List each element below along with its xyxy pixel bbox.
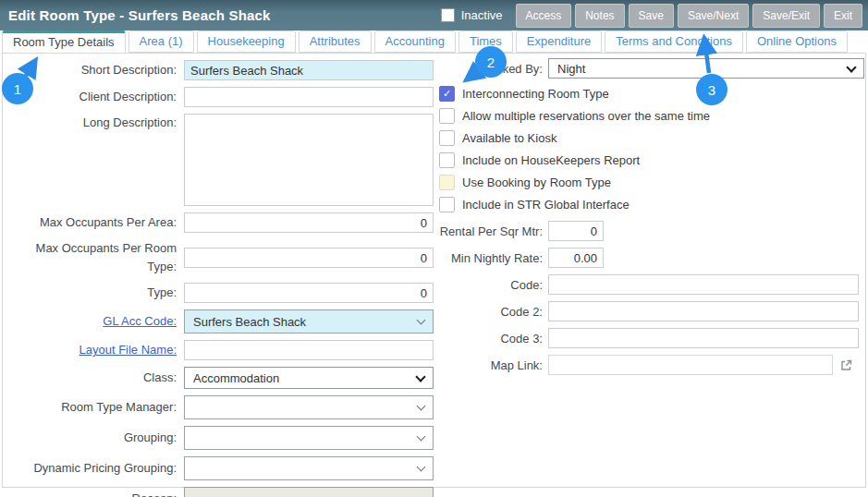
grouping-select[interactable] <box>184 426 434 450</box>
gl-acc-code-value: Surfers Beach Shack <box>193 315 306 329</box>
available-to-kiosk-row: ✓ Available to Kiosk <box>435 127 864 149</box>
tab-expenditure[interactable]: Expenditure <box>516 30 602 53</box>
dynamic-pricing-grouping-select[interactable] <box>184 456 434 480</box>
chevron-down-icon <box>417 316 426 325</box>
tab-times[interactable]: Times <box>458 30 513 53</box>
allow-multiple-reservations-label: Allow multiple reservations over the sam… <box>462 109 710 123</box>
short-description-input[interactable] <box>184 60 434 80</box>
client-description-label: Client Description: <box>8 88 184 106</box>
code3-input[interactable] <box>548 328 859 348</box>
max-occupants-room-type-input[interactable] <box>184 248 434 268</box>
max-occupants-area-input[interactable] <box>184 212 434 233</box>
rental-per-sqr-mtr-label: Rental Per Sqr Mtr: <box>435 224 548 238</box>
type-input[interactable] <box>184 283 434 303</box>
code2-input[interactable] <box>548 301 859 321</box>
reason-label: Reason: <box>8 490 184 497</box>
short-description-row: Short Description: <box>8 60 434 80</box>
use-booking-by-room-type-label: Use Booking by Room Type <box>462 176 611 189</box>
min-nightly-rate-input[interactable] <box>548 248 604 268</box>
include-str-global-row: ✓ Include in STR Global Interface <box>435 193 864 215</box>
chevron-down-icon <box>417 493 426 497</box>
interconnecting-room-type-row: ✓ Interconnecting Room Type <box>435 82 864 104</box>
code-label: Code: <box>435 278 548 292</box>
save-next-button[interactable]: Save/Next <box>678 4 749 28</box>
max-occupants-room-type-row: Max Occupants Per Room Type: <box>8 239 434 276</box>
allow-multiple-reservations-checkbox[interactable]: ✓ <box>439 108 455 124</box>
booked-by-value: Night <box>557 62 585 76</box>
include-housekeepers-report-row: ✓ Include on HouseKeepers Report <box>435 149 864 171</box>
class-row: Class: Accommodation <box>8 367 434 389</box>
access-button[interactable]: Access <box>516 4 572 28</box>
include-housekeepers-report-checkbox[interactable]: ✓ <box>439 152 455 168</box>
client-description-input[interactable] <box>184 87 434 107</box>
rental-per-sqr-mtr-input[interactable] <box>548 221 604 241</box>
available-to-kiosk-label: Available to Kiosk <box>462 131 556 145</box>
booked-by-select[interactable]: Night <box>548 58 864 79</box>
code2-row: Code 2: <box>435 301 864 321</box>
long-description-label: Long Description: <box>8 114 184 132</box>
grouping-row: Grouping: <box>8 426 434 450</box>
chevron-down-icon <box>846 62 856 72</box>
form-panel: Short Description: Client Description: L… <box>2 53 866 488</box>
tab-terms-and-conditions[interactable]: Terms and Conditions <box>605 30 743 53</box>
gl-acc-code-row: GL Acc Code: Surfers Beach Shack <box>8 309 434 333</box>
booked-by-label: Booked By: <box>435 62 548 76</box>
tab-housekeeping[interactable]: Housekeeping <box>197 30 296 53</box>
tab-bar: Room Type Details Area (1) Housekeeping … <box>2 30 848 53</box>
use-booking-by-room-type-row: ✓ Use Booking by Room Type <box>435 171 864 193</box>
type-label: Type: <box>8 284 184 302</box>
room-type-manager-row: Room Type Manager: <box>8 395 434 419</box>
max-occupants-room-type-label: Max Occupants Per Room Type: <box>8 239 184 276</box>
room-type-manager-select[interactable] <box>184 395 434 419</box>
long-description-row: Long Description: <box>8 114 434 206</box>
code-input[interactable] <box>548 274 859 295</box>
reason-select <box>184 487 434 497</box>
gl-acc-code-select[interactable]: Surfers Beach Shack <box>184 309 434 333</box>
available-to-kiosk-checkbox[interactable]: ✓ <box>439 130 455 146</box>
code3-row: Code 3: <box>435 328 864 348</box>
chevron-down-icon <box>417 402 426 411</box>
include-str-global-checkbox[interactable]: ✓ <box>439 197 455 212</box>
tab-area[interactable]: Area (1) <box>128 30 194 53</box>
tab-online-options[interactable]: Online Options <box>746 30 848 53</box>
interconnecting-room-type-checkbox[interactable]: ✓ <box>439 86 455 102</box>
window-header: Edit Room Type - Surfers Beach Shack Ina… <box>0 0 868 30</box>
rental-per-sqr-mtr-row: Rental Per Sqr Mtr: <box>435 221 864 241</box>
map-link-label: Map Link: <box>435 358 548 372</box>
layout-file-name-input[interactable] <box>184 340 434 360</box>
layout-file-name-row: Layout File Name: <box>8 340 434 360</box>
max-occupants-area-row: Max Occupants Per Area: <box>8 212 434 233</box>
dynamic-pricing-grouping-row: Dynamic Pricing Grouping: <box>8 456 434 480</box>
map-link-input[interactable] <box>548 355 833 375</box>
tab-accounting[interactable]: Accounting <box>374 30 456 53</box>
interconnecting-room-type-label: Interconnecting Room Type <box>462 87 609 101</box>
class-label: Class: <box>8 369 184 387</box>
inactive-checkbox[interactable] <box>441 8 455 22</box>
chevron-down-icon <box>417 463 426 472</box>
use-booking-by-room-type-checkbox[interactable]: ✓ <box>439 175 455 190</box>
room-type-manager-label: Room Type Manager: <box>8 398 184 417</box>
max-occupants-area-label: Max Occupants Per Area: <box>8 213 184 232</box>
save-button[interactable]: Save <box>629 4 674 28</box>
long-description-textarea[interactable] <box>184 114 434 206</box>
code2-label: Code 2: <box>435 305 548 319</box>
exit-button[interactable]: Exit <box>824 4 862 28</box>
left-form-column: Short Description: Client Description: L… <box>8 60 434 497</box>
tab-attributes[interactable]: Attributes <box>299 30 372 53</box>
external-link-icon[interactable] <box>839 358 853 372</box>
gl-acc-code-link[interactable]: GL Acc Code: <box>8 312 184 331</box>
grouping-label: Grouping: <box>8 429 184 447</box>
reason-row: Reason: <box>8 487 434 497</box>
class-select[interactable]: Accommodation <box>184 367 434 389</box>
client-description-row: Client Description: <box>8 87 434 107</box>
class-value: Accommodation <box>193 371 279 385</box>
min-nightly-rate-row: Min Nightly Rate: <box>435 248 864 268</box>
tab-room-type-details[interactable]: Room Type Details <box>2 30 126 53</box>
min-nightly-rate-label: Min Nightly Rate: <box>435 251 548 265</box>
notes-button[interactable]: Notes <box>575 4 624 28</box>
inactive-toggle[interactable]: Inactive <box>441 8 503 22</box>
layout-file-name-link[interactable]: Layout File Name: <box>8 341 184 359</box>
chevron-down-icon <box>417 432 426 442</box>
type-row: Type: <box>8 283 434 303</box>
save-exit-button[interactable]: Save/Exit <box>752 4 820 28</box>
